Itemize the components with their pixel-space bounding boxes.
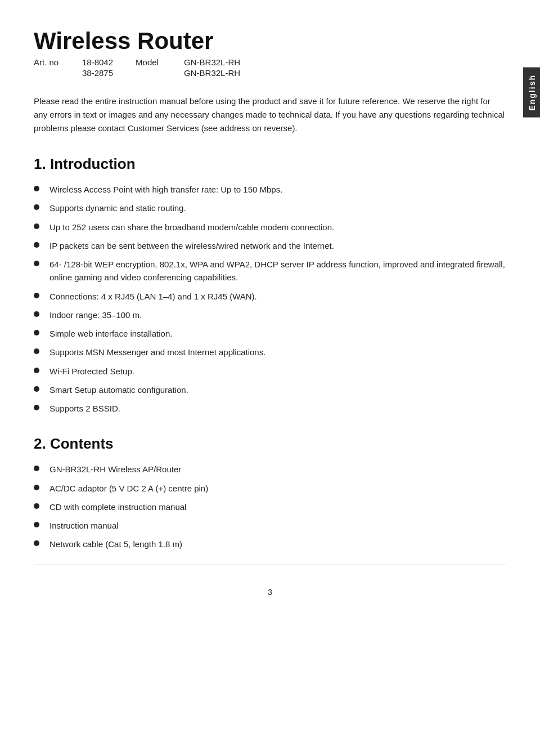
list-item-text: Supports MSN Messenger and most Internet… <box>50 346 266 359</box>
bullet-dot-icon <box>34 311 39 317</box>
bullet-dot-icon <box>34 330 39 335</box>
bullet-dot-icon <box>34 485 39 490</box>
bullet-dot-icon <box>34 466 39 471</box>
list-item: CD with complete instruction manual <box>34 500 506 513</box>
list-item-text: Simple web interface installation. <box>50 327 172 340</box>
bullet-dot-icon <box>34 540 39 546</box>
list-item: GN-BR32L-RH Wireless AP/Router <box>34 463 506 476</box>
list-item-text: Smart Setup automatic configuration. <box>50 383 188 396</box>
list-item: Supports MSN Messenger and most Internet… <box>34 346 506 359</box>
art-no-item-2: 38-2875 <box>34 68 113 78</box>
bullet-dot-icon <box>34 503 39 509</box>
bullet-dot-icon <box>34 386 39 392</box>
list-item-text: IP packets can be sent between the wirel… <box>50 239 334 252</box>
list-item: Supports dynamic and static routing. <box>34 202 506 214</box>
english-tab: English <box>523 68 540 118</box>
art-no-col: Art. no 18-8042 38-2875 <box>34 57 113 78</box>
list-item: Instruction manual <box>34 519 506 532</box>
bullet-dot-icon <box>34 348 39 354</box>
list-item-text: Wireless Access Point with high transfer… <box>50 183 282 196</box>
model-value-2: GN-BR32L-RH <box>184 68 240 78</box>
list-item: Supports 2 BSSID. <box>34 402 506 415</box>
list-item: Network cable (Cat 5, length 1.8 m) <box>34 538 506 551</box>
art-no-label: Art. no <box>34 57 73 67</box>
list-item-text: GN-BR32L-RH Wireless AP/Router <box>50 463 181 476</box>
list-item: Wi-Fi Protected Setup. <box>34 365 506 378</box>
list-item: Simple web interface installation. <box>34 327 506 340</box>
list-item-text: Supports dynamic and static routing. <box>50 202 186 214</box>
model-value-1: GN-BR32L-RH <box>184 57 240 67</box>
list-item-text: Connections: 4 x RJ45 (LAN 1–4) and 1 x … <box>50 290 257 303</box>
page-title: Wireless Router <box>34 28 506 54</box>
list-item-text: 64- /128-bit WEP encryption, 802.1x, WPA… <box>50 258 506 284</box>
page-container: English Wireless Router Art. no 18-8042 … <box>0 0 540 756</box>
model-item-2: GN-BR32L-RH <box>136 68 240 78</box>
art-no-label-2 <box>34 68 73 78</box>
list-item-text: Wi-Fi Protected Setup. <box>50 365 134 378</box>
model-label-2 <box>136 68 175 78</box>
bullet-dot-icon <box>34 405 39 410</box>
list-item: AC/DC adaptor (5 V DC 2 A (+) centre pin… <box>34 482 506 495</box>
bullet-dot-icon <box>34 522 39 527</box>
page-number: 3 <box>34 588 506 597</box>
list-item: Up to 252 users can share the broadband … <box>34 221 506 234</box>
list-item-text: Supports 2 BSSID. <box>50 402 120 415</box>
bullet-dot-icon <box>34 293 39 298</box>
intro-paragraph: Please read the entire instruction manua… <box>34 95 506 135</box>
bullet-dot-icon <box>34 242 39 248</box>
page-divider <box>34 565 506 565</box>
art-no-value-1: 18-8042 <box>82 57 113 67</box>
section2-heading: 2. Contents <box>34 435 506 453</box>
list-item-text: Instruction manual <box>50 519 119 532</box>
art-no-value-2: 38-2875 <box>82 68 113 78</box>
bullet-dot-icon <box>34 186 39 191</box>
bullet-dot-icon <box>34 204 39 210</box>
subtitle-row: Art. no 18-8042 38-2875 Model GN-BR32L-R… <box>34 57 506 78</box>
list-item: Smart Setup automatic configuration. <box>34 383 506 396</box>
list-item: Indoor range: 35–100 m. <box>34 308 506 321</box>
section2-bullet-list: GN-BR32L-RH Wireless AP/RouterAC/DC adap… <box>34 463 506 551</box>
section1-bullet-list: Wireless Access Point with high transfer… <box>34 183 506 415</box>
list-item-text: Indoor range: 35–100 m. <box>50 308 142 321</box>
list-item: Wireless Access Point with high transfer… <box>34 183 506 196</box>
bullet-dot-icon <box>34 261 39 266</box>
bullet-dot-icon <box>34 223 39 229</box>
section1-heading: 1. Introduction <box>34 155 506 173</box>
list-item: Connections: 4 x RJ45 (LAN 1–4) and 1 x … <box>34 290 506 303</box>
model-label: Model <box>136 57 175 67</box>
list-item-text: AC/DC adaptor (5 V DC 2 A (+) centre pin… <box>50 482 208 495</box>
list-item-text: Up to 252 users can share the broadband … <box>50 221 334 234</box>
list-item-text: Network cable (Cat 5, length 1.8 m) <box>50 538 182 551</box>
art-no-item-1: Art. no 18-8042 <box>34 57 113 67</box>
list-item: IP packets can be sent between the wirel… <box>34 239 506 252</box>
bullet-dot-icon <box>34 368 39 373</box>
list-item-text: CD with complete instruction manual <box>50 500 186 513</box>
model-col: Model GN-BR32L-RH GN-BR32L-RH <box>136 57 240 78</box>
model-item-1: Model GN-BR32L-RH <box>136 57 240 67</box>
list-item: 64- /128-bit WEP encryption, 802.1x, WPA… <box>34 258 506 284</box>
